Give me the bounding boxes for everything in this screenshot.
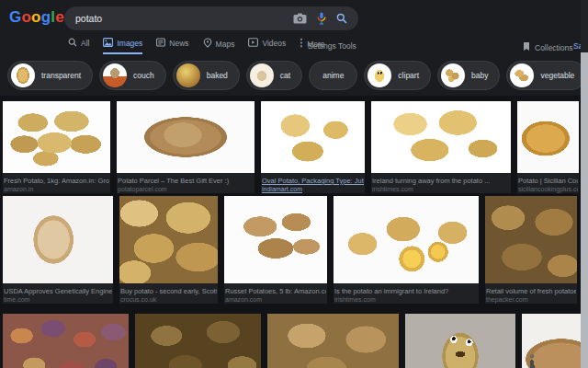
scrollbar-thumb[interactable] — [581, 52, 588, 368]
tools-button[interactable]: Tools — [338, 41, 356, 51]
result-tile[interactable]: Ireland turning away from the potato ...… — [371, 101, 511, 193]
result-image-potato-cluster[interactable] — [371, 101, 511, 173]
result-image-many-potatoes-closeup[interactable] — [119, 196, 218, 283]
news-icon — [156, 38, 165, 49]
result-tile[interactable] — [522, 314, 582, 368]
result-title[interactable]: Is the potato an immigrant to Ireland? — [334, 287, 478, 295]
chip-couch[interactable]: couch — [99, 61, 166, 90]
images-icon — [103, 38, 113, 49]
related-search-chips: transparent couch baked cat anime clipar… — [7, 61, 588, 90]
result-domain: irishtimes.com — [372, 185, 510, 193]
chip-thumbnail-baby-potatoes — [441, 63, 465, 87]
result-image-dirty-potatoes-pile[interactable] — [135, 314, 261, 368]
results-row-1: Fresh Potato, 1kg: Amazon.in: Gro... ama… — [3, 101, 579, 193]
tab-label: News — [169, 39, 188, 48]
result-tile[interactable]: USDA Approves Genetically Engineer... ti… — [3, 196, 113, 304]
search-input[interactable] — [75, 13, 283, 24]
result-title[interactable]: Oval Potato, Packaging Type: Jute Bag ..… — [262, 177, 364, 185]
results-row-2: USDA Approves Genetically Engineer... ti… — [3, 196, 577, 304]
result-image-brown-potatoes-closeup[interactable] — [485, 196, 577, 283]
chip-label: cat — [280, 71, 290, 80]
tab-videos[interactable]: Videos — [248, 38, 286, 54]
result-domain: thepacker.com — [486, 295, 576, 304]
chip-baby[interactable]: baby — [437, 61, 500, 90]
result-title[interactable]: Buy potato - second early, Scott... — [120, 287, 217, 295]
search-bar[interactable] — [64, 6, 358, 30]
videos-icon — [248, 38, 258, 49]
result-image-colorful-mixed-potatoes[interactable] — [3, 314, 129, 368]
tab-images[interactable]: Images — [103, 38, 142, 54]
chip-label: vegetable — [540, 71, 574, 80]
results-row-3 — [3, 314, 582, 368]
search-icon[interactable] — [336, 13, 347, 24]
result-tile[interactable] — [135, 314, 261, 368]
result-image-potato-pile-on-white[interactable] — [3, 101, 110, 173]
result-type-tabs: All Images — [68, 38, 325, 55]
settings-button[interactable]: Settings — [308, 41, 336, 51]
result-domain: amazon.com — [225, 295, 326, 304]
result-image-upright-single-potato[interactable] — [3, 196, 113, 283]
tab-maps[interactable]: Maps — [203, 38, 235, 55]
chip-clipart[interactable]: clipart — [364, 61, 431, 90]
result-tile[interactable]: Potato Parcel – The Best Gift Ever :) po… — [117, 101, 254, 193]
result-tile[interactable]: Buy potato - second early, Scott... croc… — [119, 196, 218, 304]
chip-thumbnail-potato-on-white — [11, 63, 35, 87]
result-title[interactable]: USDA Approves Genetically Engineer... — [4, 287, 112, 295]
result-title[interactable]: Potato Parcel – The Best Gift Ever :) — [118, 177, 254, 185]
result-image-potatoes-with-cut-slices[interactable] — [334, 196, 479, 283]
google-images-results-page: Google — [0, 0, 588, 368]
result-title[interactable]: Potato | Sicilian Cooki — [518, 177, 578, 185]
result-tile[interactable] — [267, 314, 399, 368]
chip-thumbnail-potato-cartoon — [368, 63, 391, 87]
chip-label: clipart — [398, 71, 419, 80]
result-domain: siciliancookingplus.com — [518, 185, 578, 193]
result-title[interactable]: Russet Potatoes, 5 lb: Amazon.com ... — [225, 287, 326, 295]
result-image-giant-potato-with-tiny-person[interactable] — [522, 314, 582, 368]
logo-letter: G — [9, 8, 21, 26]
chip-transparent[interactable]: transparent — [7, 61, 93, 90]
result-tile[interactable]: Potato | Sicilian Cooki siciliancookingp… — [517, 101, 579, 193]
chip-baked[interactable]: baked — [173, 61, 240, 90]
result-title[interactable]: Ireland turning away from the potato ... — [372, 177, 510, 185]
result-title[interactable]: Fresh Potato, 1kg: Amazon.in: Gro... — [4, 177, 109, 185]
vertical-scrollbar[interactable] — [581, 0, 588, 368]
result-domain: crocus.co.uk — [120, 295, 217, 304]
maps-icon — [203, 38, 212, 50]
result-tile[interactable]: Retail volume of fresh potatoes dro... t… — [485, 196, 577, 304]
result-tile[interactable]: Fresh Potato, 1kg: Amazon.in: Gro... ama… — [3, 101, 110, 193]
collections-button[interactable]: Collections — [522, 41, 573, 53]
google-logo[interactable]: Google — [9, 8, 64, 27]
result-image-googly-eyed-potato[interactable] — [405, 314, 515, 368]
tab-label: Images — [117, 39, 142, 48]
result-image-potatoes-closeup[interactable] — [267, 314, 399, 368]
chip-vegetable[interactable]: vegetable — [506, 61, 586, 90]
chip-label: baked — [207, 71, 228, 80]
logo-letter: o — [31, 8, 41, 26]
chip-anime[interactable]: anime — [309, 61, 357, 90]
result-image-single-wide-potato[interactable] — [117, 101, 254, 173]
collections-icon — [522, 41, 531, 53]
mic-icon[interactable] — [317, 12, 326, 25]
header: Google — [0, 0, 588, 96]
result-image-russet-potato-pile[interactable] — [224, 196, 327, 283]
magnifier-icon — [68, 38, 77, 49]
chip-label: couch — [133, 71, 154, 80]
result-tile[interactable]: Is the potato an immigrant to Ireland? i… — [334, 196, 479, 304]
tab-all[interactable]: All — [68, 38, 89, 54]
result-tile[interactable] — [405, 314, 515, 368]
result-title[interactable]: Retail volume of fresh potatoes dro... — [486, 287, 576, 295]
result-tile[interactable]: Oval Potato, Packaging Type: Jute Bag ..… — [261, 101, 365, 193]
logo-letter: o — [21, 8, 31, 26]
logo-letter: e — [55, 8, 64, 26]
result-image-orange-potato[interactable] — [517, 101, 579, 173]
tab-news[interactable]: News — [156, 38, 188, 54]
result-image-three-yellow-potatoes[interactable] — [261, 101, 365, 173]
camera-icon[interactable] — [293, 13, 307, 24]
result-tile[interactable]: Russet Potatoes, 5 lb: Amazon.com ... am… — [224, 196, 327, 304]
chip-cat[interactable]: cat — [246, 61, 302, 90]
chip-thumbnail-couch-potato — [103, 63, 127, 87]
result-tile[interactable] — [3, 314, 129, 368]
chip-label: anime — [322, 71, 344, 80]
logo-letter: g — [41, 8, 51, 26]
chip-label: transparent — [41, 71, 81, 80]
